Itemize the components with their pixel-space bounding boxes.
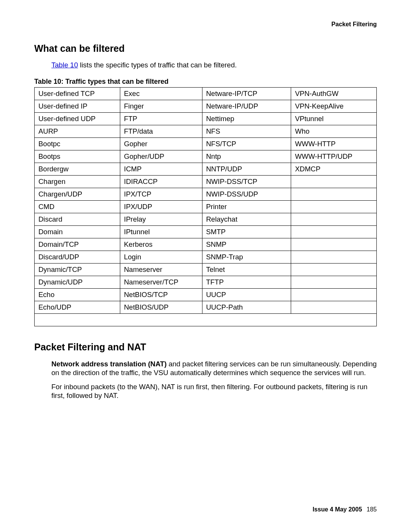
table-row: DomainIPtunnelSMTP <box>35 226 377 238</box>
table-cell: Relaychat <box>202 213 291 226</box>
table-cell: FTP <box>120 113 202 125</box>
table-cell <box>291 251 377 264</box>
table-cell: IPtunnel <box>120 226 202 238</box>
table-cell: CMD <box>35 201 120 213</box>
table-cell: NFS <box>202 125 291 138</box>
table-cell: Kerberos <box>120 238 202 251</box>
table-cell: Finger <box>120 100 202 113</box>
table-row: BordergwICMPNNTP/UDPXDMCP <box>35 163 377 176</box>
table-cell: IPX/UDP <box>120 201 202 213</box>
table-row: Dynamic/UDPNameserver/TCPTFTP <box>35 276 377 289</box>
table-row: Domain/TCPKerberosSNMP <box>35 238 377 251</box>
table-cell: Echo <box>35 289 120 301</box>
table-cell <box>291 201 377 213</box>
nat-paragraph-2: For inbound packets (to the WAN), NAT is… <box>51 382 377 400</box>
table-cell <box>291 226 377 238</box>
table-cell <box>291 276 377 289</box>
table-cell: Netware-IP/UDP <box>202 100 291 113</box>
table-cell: IPrelay <box>120 213 202 226</box>
table-cell: NetBIOS/UDP <box>120 301 202 314</box>
table-cell: Printer <box>202 201 291 213</box>
table-row: AURPFTP/dataNFSWho <box>35 125 377 138</box>
section-heading-packet-filtering-and-nat: Packet Filtering and NAT <box>34 342 377 353</box>
table-row: Discard/UDPLoginSNMP-Trap <box>35 251 377 264</box>
table-row: Echo/UDPNetBIOS/UDPUUCP-Path <box>35 301 377 314</box>
table-row: DiscardIPrelayRelaychat <box>35 213 377 226</box>
table-row: User-defined TCPExecNetware-IP/TCPVPN-Au… <box>35 88 377 100</box>
table-cell: AURP <box>35 125 120 138</box>
intro-paragraph: Table 10 lists the specific types of tra… <box>51 61 377 69</box>
table-cell: User-defined TCP <box>35 88 120 100</box>
table-cell <box>291 264 377 276</box>
nat-paragraph-1: Network address translation (NAT) and pa… <box>51 359 377 377</box>
table-cell: NFS/TCP <box>202 138 291 150</box>
table-cell: SNMP <box>202 238 291 251</box>
footer-page-number: 185 <box>366 506 377 513</box>
table-cell: Nntp <box>202 150 291 163</box>
table-cell: Bootps <box>35 150 120 163</box>
table-cell: Discard/UDP <box>35 251 120 264</box>
table-cell <box>291 176 377 188</box>
page-header-right: Packet Filtering <box>34 21 377 28</box>
table-cell: VPN-KeepAlive <box>291 100 377 113</box>
table-row: Dynamic/TCPNameserverTelnet <box>35 264 377 276</box>
table-cell <box>291 301 377 314</box>
table-cell: Echo/UDP <box>35 301 120 314</box>
table-cell: Dynamic/TCP <box>35 264 120 276</box>
table-cell: Dynamic/UDP <box>35 276 120 289</box>
table-cell: FTP/data <box>120 125 202 138</box>
table-cell: Domain/TCP <box>35 238 120 251</box>
table-caption: Table 10: Traffic types that can be filt… <box>34 78 377 86</box>
table-cell: IPX/TCP <box>120 188 202 201</box>
table-cell: Nameserver/TCP <box>120 276 202 289</box>
nat-bold-term: Network address translation (NAT) <box>51 360 167 368</box>
table-cell: Chargen/UDP <box>35 188 120 201</box>
table-cell: Login <box>120 251 202 264</box>
table-cell: Discard <box>35 213 120 226</box>
table-cell <box>291 238 377 251</box>
table-cell: Gopher/UDP <box>120 150 202 163</box>
table-cell: Domain <box>35 226 120 238</box>
table-cell: UUCP-Path <box>202 301 291 314</box>
table-cell <box>291 188 377 201</box>
table-cell: UUCP <box>202 289 291 301</box>
table-cell: NWIP-DSS/TCP <box>202 176 291 188</box>
table-cell: WWW-HTTP <box>291 138 377 150</box>
table-row: BootpcGopherNFS/TCPWWW-HTTP <box>35 138 377 150</box>
table-cell: NNTP/UDP <box>202 163 291 176</box>
footer-issue: Issue 4 May 2005 <box>312 506 362 513</box>
table-cell: Bordergw <box>35 163 120 176</box>
table-cell: User-defined UDP <box>35 113 120 125</box>
table-cell <box>291 213 377 226</box>
intro-text: lists the specific types of traffic that… <box>78 61 237 69</box>
table-row: Chargen/UDPIPX/TCPNWIP-DSS/UDP <box>35 188 377 201</box>
table-cell: Bootpc <box>35 138 120 150</box>
table-cell: User-defined IP <box>35 100 120 113</box>
table-cell: NWIP-DSS/UDP <box>202 188 291 201</box>
page-footer: Issue 4 May 2005185 <box>312 506 377 513</box>
table-cell: NetBIOS/TCP <box>120 289 202 301</box>
table-cell: Nettimep <box>202 113 291 125</box>
table-cell: VPtunnel <box>291 113 377 125</box>
section-heading-what-can-be-filtered: What can be filtered <box>34 43 377 54</box>
table-cell: Gopher <box>120 138 202 150</box>
table-cell: Nameserver <box>120 264 202 276</box>
table-row: EchoNetBIOS/TCPUUCP <box>35 289 377 301</box>
table-spacer-cell <box>35 314 377 326</box>
table-cell: ICMP <box>120 163 202 176</box>
table-reference-link[interactable]: Table 10 <box>51 61 78 69</box>
table-spacer-row <box>35 314 377 326</box>
table-cell: Netware-IP/TCP <box>202 88 291 100</box>
traffic-types-table: User-defined TCPExecNetware-IP/TCPVPN-Au… <box>34 87 377 326</box>
table-cell: WWW-HTTP/UDP <box>291 150 377 163</box>
table-cell: TFTP <box>202 276 291 289</box>
table-row: User-defined UDPFTPNettimepVPtunnel <box>35 113 377 125</box>
table-cell: SMTP <box>202 226 291 238</box>
table-cell: Who <box>291 125 377 138</box>
table-row: BootpsGopher/UDPNntpWWW-HTTP/UDP <box>35 150 377 163</box>
table-row: CMDIPX/UDPPrinter <box>35 201 377 213</box>
table-cell: VPN-AuthGW <box>291 88 377 100</box>
table-cell: SNMP-Trap <box>202 251 291 264</box>
table-cell <box>291 289 377 301</box>
table-cell: Exec <box>120 88 202 100</box>
